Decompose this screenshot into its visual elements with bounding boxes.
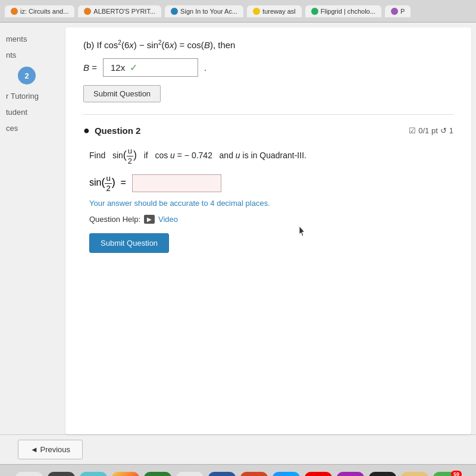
content-area: (b) If cos2(6x) − sin2(6x) = cos(B), the… bbox=[65, 27, 471, 434]
dock-news[interactable]: N bbox=[305, 472, 332, 477]
main-container: ments nts 2 r Tutoring tudent ces (b) If… bbox=[0, 23, 476, 434]
b-equals-label: B = bbox=[83, 62, 97, 73]
question2-title-row: ● Question 2 bbox=[83, 124, 140, 137]
sidebar-item-student[interactable]: tudent bbox=[6, 108, 60, 117]
period-mark: . bbox=[204, 62, 206, 73]
question-help-label: Question Help: bbox=[89, 215, 140, 224]
question2-bullet: ● bbox=[83, 124, 90, 137]
dock-safari[interactable]: 🧭 bbox=[273, 472, 300, 477]
question2-answer-row: sin(u2) = bbox=[89, 174, 453, 193]
question2-header: ● Question 2 ☑ 0/1 pt ↺ 1 bbox=[83, 124, 453, 137]
check-icon: ✓ bbox=[130, 62, 137, 73]
b-answer-value: 12x bbox=[111, 62, 125, 73]
previous-button[interactable]: ◄ Previous bbox=[18, 440, 83, 459]
question2-title-text: Question 2 bbox=[95, 126, 141, 136]
macos-dock: JUL 21 🕐 🗺 🌸 📹 🚀 W P 🧭 N 🎙 📺 🗂 💬 59 bbox=[0, 464, 476, 476]
dock-facetime[interactable]: 📹 bbox=[144, 472, 171, 477]
messages-badge: 59 bbox=[451, 471, 462, 477]
tab-circuits[interactable]: iz: Circuits and... bbox=[5, 5, 74, 17]
submit-question-btn-partb[interactable]: Submit Question bbox=[83, 85, 161, 102]
tab-flipgrid[interactable]: Flipgrid | chcholo... bbox=[305, 5, 381, 17]
tab-tureway[interactable]: tureway asl bbox=[247, 5, 302, 17]
tab-icon-signin bbox=[171, 8, 178, 15]
video-icon[interactable]: ▶ bbox=[144, 215, 155, 224]
dock-podcasts[interactable]: 🎙 bbox=[337, 472, 364, 477]
part-b-section: (b) If cos2(6x) − sin2(6x) = cos(B), the… bbox=[83, 39, 453, 102]
part-b-equation: (b) If cos2(6x) − sin2(6x) = cos(B), the… bbox=[83, 39, 453, 50]
find-line: Find sin(u2) if cos u = − 0.742 and u is… bbox=[89, 146, 453, 165]
score-value: 0/1 pt bbox=[418, 126, 438, 135]
tab-icon-circuits bbox=[11, 8, 18, 15]
dock-launchpad[interactable]: 🚀 bbox=[176, 472, 203, 477]
dock-date[interactable]: JUL 21 bbox=[15, 472, 43, 477]
dock-photos[interactable]: 🌸 bbox=[112, 472, 139, 477]
tab-icon-flipgrid bbox=[311, 8, 318, 15]
tab-signin[interactable]: Sign In to Your Ac... bbox=[165, 5, 243, 17]
accuracy-note: Your answer should be accurate to 4 deci… bbox=[89, 199, 453, 208]
section-divider bbox=[83, 114, 453, 115]
sidebar-item-ments[interactable]: ments bbox=[6, 35, 60, 43]
sin-half-u-label: sin(u2) = bbox=[89, 174, 126, 193]
browser-tab-bar: iz: Circuits and... ALBERTO'S PYRIT... S… bbox=[0, 0, 476, 23]
tab-icon-tureway bbox=[253, 8, 260, 15]
tab-label-tureway: tureway asl bbox=[262, 8, 296, 15]
dock-maps[interactable]: 🗺 bbox=[80, 472, 107, 477]
sidebar-circle-2[interactable]: 2 bbox=[18, 67, 36, 84]
tab-icon-alberto bbox=[84, 8, 91, 15]
bottom-navigation: ◄ Previous bbox=[0, 434, 476, 464]
retry-icon[interactable]: ↺ bbox=[440, 126, 447, 135]
dock-powerpoint[interactable]: P bbox=[240, 472, 268, 477]
tab-p[interactable]: P bbox=[385, 5, 411, 17]
tab-label-p: P bbox=[400, 8, 405, 15]
tab-label-signin: Sign In to Your Ac... bbox=[180, 8, 237, 15]
tab-icon-p bbox=[391, 8, 398, 15]
sin-half-u-input[interactable] bbox=[132, 174, 221, 192]
sidebar-item-tutoring[interactable]: r Tutoring bbox=[6, 92, 60, 101]
dock-clock[interactable]: 🕐 bbox=[48, 472, 75, 477]
question-help-row: Question Help: ▶ Video bbox=[89, 215, 453, 224]
b-answer-box[interactable]: 12x ✓ bbox=[103, 58, 198, 77]
dock-finder[interactable]: 🗂 bbox=[401, 472, 428, 477]
dock-messages[interactable]: 💬 59 bbox=[433, 472, 461, 477]
question2-score: ☑ 0/1 pt ↺ 1 bbox=[409, 126, 453, 135]
score-checkbox-icon: ☑ bbox=[409, 126, 416, 135]
dock-word[interactable]: W bbox=[208, 472, 236, 477]
retry-count: 1 bbox=[449, 126, 453, 135]
tab-label-alberto: ALBERTO'S PYRIT... bbox=[93, 8, 155, 15]
sidebar-item-nts[interactable]: nts bbox=[6, 51, 60, 60]
video-link[interactable]: Video bbox=[158, 215, 178, 224]
tab-label-circuits: iz: Circuits and... bbox=[20, 8, 68, 15]
tab-alberto[interactable]: ALBERTO'S PYRIT... bbox=[78, 5, 161, 17]
submit-question-btn-q2[interactable]: Submit Question bbox=[89, 233, 169, 253]
part-b-answer-row: B = 12x ✓ . bbox=[83, 58, 453, 77]
sidebar-item-ces[interactable]: ces bbox=[6, 124, 60, 133]
tab-label-flipgrid: Flipgrid | chcholo... bbox=[321, 8, 375, 15]
sidebar: ments nts 2 r Tutoring tudent ces bbox=[0, 23, 65, 434]
dock-appletv[interactable]: 📺 bbox=[369, 472, 396, 477]
question2-body: Find sin(u2) if cos u = − 0.742 and u is… bbox=[83, 146, 453, 253]
question2-section: ● Question 2 ☑ 0/1 pt ↺ 1 Find sin(u2) i… bbox=[83, 124, 453, 253]
